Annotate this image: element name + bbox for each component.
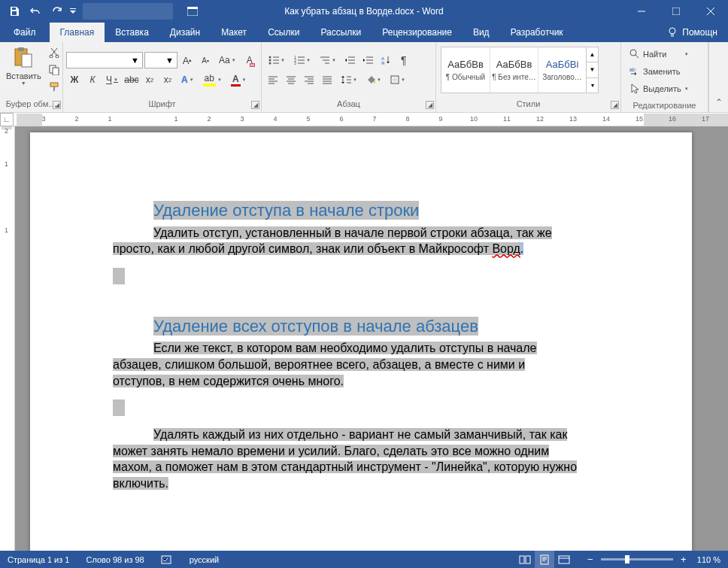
svg-rect-11 xyxy=(50,83,58,87)
page-scroll-area[interactable]: Удаление отступа в начале строки Удалить… xyxy=(15,126,728,551)
svg-rect-28 xyxy=(559,556,569,563)
view-web-button[interactable] xyxy=(554,551,574,568)
italic-button[interactable]: К xyxy=(84,71,101,88)
zoom-in-button[interactable]: + xyxy=(678,554,690,566)
tab-mailings[interactable]: Рассылки xyxy=(310,23,372,42)
tab-layout[interactable]: Макет xyxy=(211,23,257,42)
change-case-button[interactable]: Aa▼ xyxy=(215,52,240,68)
replace-button[interactable]: ab Заменить xyxy=(627,63,691,80)
align-center-button[interactable] xyxy=(283,71,299,88)
align-center-icon xyxy=(286,75,296,84)
underline-button[interactable]: Ч▼ xyxy=(102,71,122,88)
justify-button[interactable] xyxy=(319,71,335,88)
group-editing: Найти▼ ab Заменить Выделить▼ Редактирова… xyxy=(621,42,708,112)
tab-developer[interactable]: Разработчик xyxy=(500,23,574,42)
undo-button[interactable] xyxy=(26,2,45,20)
style-no-spacing[interactable]: АаБбВв ¶ Без инте… xyxy=(490,47,538,93)
tab-insert[interactable]: Вставка xyxy=(105,23,159,42)
minimize-button[interactable] xyxy=(624,0,659,23)
text-effects-button[interactable]: A▼ xyxy=(177,71,198,88)
select-button[interactable]: Выделить▼ xyxy=(627,80,691,97)
font-launcher[interactable]: ◢ xyxy=(251,101,259,109)
ribbon-tabs: Файл Главная Вставка Дизайн Макет Ссылки… xyxy=(0,23,728,42)
status-word-count[interactable]: Слово 98 из 98 xyxy=(83,551,147,568)
clipboard-launcher[interactable]: ◢ xyxy=(53,101,61,109)
multilevel-list-button[interactable]: ▼ xyxy=(316,52,340,68)
copy-button[interactable] xyxy=(46,62,62,77)
status-spellcheck[interactable] xyxy=(158,551,176,568)
line-spacing-button[interactable]: ▼ xyxy=(337,71,361,88)
cut-button[interactable] xyxy=(46,44,62,60)
qat-customize-button[interactable] xyxy=(68,2,78,20)
format-painter-icon xyxy=(49,82,59,93)
shrink-font-button[interactable]: A▾ xyxy=(197,52,214,68)
maximize-button[interactable] xyxy=(659,0,693,23)
tab-references[interactable]: Ссылки xyxy=(257,23,310,42)
align-left-icon xyxy=(268,75,278,84)
align-right-button[interactable] xyxy=(301,71,317,88)
styles-gallery: АаБбВв ¶ Обычный АаБбВв ¶ Без инте… АаБб… xyxy=(441,47,599,93)
paragraph-launcher[interactable]: ◢ xyxy=(426,101,434,109)
paste-button[interactable]: Вставить ▼ xyxy=(3,44,44,96)
shading-button[interactable]: ▼ xyxy=(362,71,385,88)
align-left-button[interactable] xyxy=(265,71,281,88)
style-heading1[interactable]: АаБбВі Заголово… xyxy=(538,47,586,93)
subscript-button[interactable]: x2 xyxy=(141,71,158,88)
zoom-slider[interactable] xyxy=(601,558,673,560)
window-controls xyxy=(624,0,728,23)
view-read-button[interactable] xyxy=(515,551,535,568)
style-normal[interactable]: АаБбВв ¶ Обычный xyxy=(441,47,490,93)
tab-view[interactable]: Вид xyxy=(463,23,500,42)
svg-rect-2 xyxy=(672,8,680,15)
tab-review[interactable]: Рецензирование xyxy=(372,23,463,42)
svg-rect-10 xyxy=(53,68,59,75)
font-color-button[interactable]: A▼ xyxy=(227,71,250,88)
numbering-button[interactable]: 123▼ xyxy=(290,52,314,68)
status-page[interactable]: Страница 1 из 1 xyxy=(5,551,72,568)
increase-indent-button[interactable] xyxy=(359,52,376,68)
close-button[interactable] xyxy=(693,0,728,23)
zoom-level[interactable]: 110 % xyxy=(694,555,723,564)
font-name-combo[interactable]: ▼ xyxy=(66,52,143,68)
ribbon-display-options-button[interactable] xyxy=(179,2,206,20)
borders-button[interactable]: ▼ xyxy=(387,71,409,88)
highlight-button[interactable]: ab▼ xyxy=(199,71,226,88)
doc-heading-1: Удаление отступа в начале строки xyxy=(113,200,639,222)
superscript-button[interactable]: x2 xyxy=(159,71,176,88)
tab-design[interactable]: Дизайн xyxy=(159,23,211,42)
svg-point-13 xyxy=(269,59,271,62)
redo-button[interactable] xyxy=(47,2,66,20)
zoom-out-button[interactable]: − xyxy=(584,554,596,566)
svg-point-22 xyxy=(630,50,636,56)
grow-font-button[interactable]: A▴ xyxy=(179,52,196,68)
sort-button[interactable]: AЯ xyxy=(378,52,394,68)
bold-button[interactable]: Ж xyxy=(66,71,83,88)
font-size-combo[interactable]: ▼ xyxy=(144,52,177,68)
format-painter-button[interactable] xyxy=(46,80,62,96)
document-page[interactable]: Удаление отступа в начале строки Удалить… xyxy=(30,132,692,551)
user-account-box[interactable] xyxy=(83,3,173,20)
tab-selector-button[interactable]: ∟ xyxy=(0,113,14,126)
sort-icon: AЯ xyxy=(381,56,390,65)
tab-home[interactable]: Главная xyxy=(50,23,105,42)
show-paragraph-marks-button[interactable]: ¶ xyxy=(396,52,412,68)
tab-file[interactable]: Файл xyxy=(0,23,50,42)
styles-launcher[interactable]: ◢ xyxy=(611,101,619,109)
strikethrough-button[interactable]: abc xyxy=(123,71,140,88)
clear-formatting-button[interactable]: A xyxy=(241,52,258,68)
save-button[interactable] xyxy=(5,2,24,20)
zoom-thumb[interactable] xyxy=(625,555,629,563)
find-button[interactable]: Найти▼ xyxy=(627,46,691,62)
bullets-button[interactable]: ▼ xyxy=(265,52,289,68)
gallery-down-button[interactable]: ▼ xyxy=(587,62,598,77)
view-print-button[interactable] xyxy=(535,551,554,568)
vertical-ruler[interactable]: 2 1 1 xyxy=(0,126,15,551)
gallery-up-button[interactable]: ▲ xyxy=(587,47,598,62)
horizontal-ruler[interactable]: ∟ 3 2 1 1 2 3 4 5 6 7 8 9 10 11 12 13 14… xyxy=(0,113,728,126)
decrease-indent-button[interactable] xyxy=(341,52,358,68)
gallery-more-button[interactable]: ▾ xyxy=(587,78,598,93)
tell-me-button[interactable]: Помощн xyxy=(657,23,728,42)
status-language[interactable]: русский xyxy=(187,551,222,568)
group-paragraph: ▼ 123▼ ▼ AЯ ¶ ▼ ▼ ▼ Абзац◢ xyxy=(262,42,436,112)
collapse-ribbon-button[interactable]: ⌃ xyxy=(708,42,728,112)
